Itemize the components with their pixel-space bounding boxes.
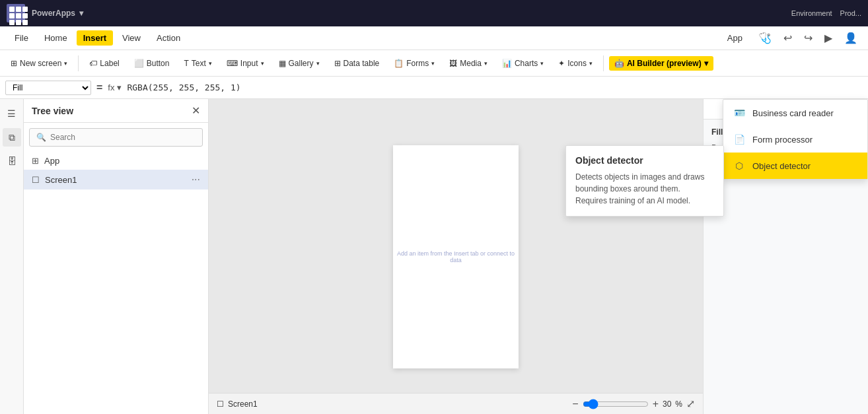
text-button[interactable]: T Text ▾ — [178, 56, 217, 71]
menu-view[interactable]: View — [116, 30, 147, 46]
zoom-value: 30 — [663, 399, 671, 409]
screen-icon: ☐ — [32, 175, 40, 185]
environment-label: Environment — [791, 9, 832, 17]
menu-home[interactable]: Home — [38, 30, 74, 46]
tree-panel: Tree view ✕ 🔍 ⊞ App ☐ Screen1 ··· — [24, 99, 209, 414]
tree-title: Tree view — [32, 106, 73, 116]
expand-button[interactable]: ⤢ — [686, 397, 695, 410]
canvas-area: Add an item from the Insert tab or conne… — [209, 99, 703, 414]
label-button[interactable]: 🏷 Label — [84, 56, 124, 71]
tree-item-screen1-label: Screen1 — [45, 175, 77, 185]
app-label: App — [721, 30, 749, 46]
app-name-text: PowerApps — [32, 9, 75, 18]
formula-bar: Fill = fx ▾ — [0, 77, 868, 99]
fx-indicator: fx ▾ — [108, 83, 122, 92]
ai-builder-dropdown: 🪪 Business card reader 📄 Form processor … — [723, 99, 868, 180]
media-button[interactable]: 🖼 Media ▾ — [444, 56, 493, 71]
user-icon[interactable]: 👤 — [842, 29, 860, 47]
input-button[interactable]: ⌨ Input ▾ — [221, 56, 270, 71]
zoom-slider[interactable] — [583, 399, 649, 409]
object-detector-popup: Object detector Detects objects in image… — [565, 145, 724, 217]
gallery-button[interactable]: ▦ Gallery ▾ — [273, 56, 325, 71]
object-detector-label: Object detector — [752, 161, 811, 171]
tree-item-more-button[interactable]: ··· — [192, 174, 200, 186]
tree-item-app[interactable]: ⊞ App — [24, 152, 208, 170]
menu-file[interactable]: File — [8, 30, 35, 46]
ai-builder-button[interactable]: 🤖 AI Builder (preview) ▾ — [609, 56, 713, 71]
canvas-footer: ☐ Screen1 − + 30 % ⤢ — [209, 393, 703, 414]
popup-title: Object detector — [575, 155, 714, 166]
canvas-hint-text: Add an item from the Insert tab or conne… — [393, 250, 519, 263]
env-value: Prod... — [840, 9, 861, 17]
screen-label-text: Screen1 — [228, 399, 258, 409]
ai-dropdown-form-processor[interactable]: 📄 Form processor — [723, 126, 867, 153]
toolbar: ⊞ New screen ▾ 🏷 Label ⬜ Button T Text ▾… — [0, 50, 868, 77]
screen-checkbox-icon: ☐ — [217, 399, 224, 409]
database-icon[interactable]: 🗄 — [3, 152, 21, 170]
tree-header: Tree view ✕ — [24, 99, 208, 123]
menu-action[interactable]: Action — [150, 30, 187, 46]
equals-sign: = — [96, 82, 102, 94]
screen-label: ☐ Screen1 — [217, 399, 258, 409]
main-layout: ☰ ⧉ 🗄 Tree view ✕ 🔍 ⊞ App ☐ Screen1 ··· … — [0, 99, 868, 414]
ai-dropdown-business-card[interactable]: 🪪 Business card reader — [723, 100, 867, 126]
tree-item-app-label: App — [44, 156, 59, 166]
layers-icon[interactable]: ⧉ — [3, 128, 21, 147]
app-icon: ⊞ — [32, 156, 39, 166]
popup-description: Detects objects in images and draws boun… — [575, 171, 714, 207]
formula-input[interactable] — [127, 83, 863, 92]
menu-bar-right: App 🩺 ↩ ↪ ▶ 👤 — [721, 29, 860, 47]
form-processor-label: Form processor — [752, 135, 813, 145]
tree-item-screen1[interactable]: ☐ Screen1 ··· — [24, 170, 208, 190]
tree-search-container[interactable]: 🔍 — [29, 128, 203, 147]
zoom-in-button[interactable]: + — [653, 398, 659, 410]
undo-icon[interactable]: ↩ — [781, 29, 795, 47]
charts-button[interactable]: 📊 Charts ▾ — [497, 56, 549, 71]
business-card-icon: 🪪 — [733, 106, 746, 120]
business-card-label: Business card reader — [752, 108, 834, 118]
ai-dropdown-object-detector[interactable]: ⬡ Object detector — [723, 153, 867, 179]
data-table-button[interactable]: ⊞ Data table — [329, 56, 385, 71]
redo-icon[interactable]: ↪ — [801, 29, 815, 47]
search-input[interactable] — [50, 133, 196, 142]
left-sidebar-icons: ☰ ⧉ 🗄 — [0, 99, 24, 414]
object-detector-icon: ⬡ — [733, 159, 746, 172]
top-bar: PowerApps ▾ Environment Prod... — [0, 0, 868, 26]
stethoscope-icon[interactable]: 🩺 — [756, 29, 774, 47]
new-screen-button[interactable]: ⊞ New screen ▾ — [5, 56, 73, 71]
app-title: PowerApps ▾ — [32, 9, 83, 18]
property-select[interactable]: Fill — [5, 81, 91, 95]
waffle-icon[interactable] — [7, 4, 25, 22]
play-icon[interactable]: ▶ — [822, 29, 835, 47]
icons-button[interactable]: ✦ Icons ▾ — [553, 56, 598, 71]
zoom-unit: % — [675, 399, 682, 409]
form-processor-icon: 📄 — [733, 133, 746, 146]
forms-button[interactable]: 📋 Forms ▾ — [388, 56, 440, 71]
toolbar-sep-1 — [78, 55, 79, 71]
app-chevron[interactable]: ▾ — [79, 9, 83, 18]
zoom-out-button[interactable]: − — [572, 398, 578, 410]
right-panel: Rules Advanced Fill Background image Non… — [703, 99, 868, 414]
top-bar-right: Environment Prod... — [791, 9, 861, 17]
zoom-controls: − + 30 % ⤢ — [572, 397, 695, 410]
button-button[interactable]: ⬜ Button — [129, 56, 175, 71]
search-icon: 🔍 — [36, 133, 46, 142]
toolbar-sep-2 — [603, 55, 604, 71]
canvas-screen: Add an item from the Insert tab or conne… — [393, 145, 519, 368]
tree-close-button[interactable]: ✕ — [192, 104, 200, 117]
menu-insert[interactable]: Insert — [77, 30, 113, 46]
menu-bar: File Home Insert View Action App 🩺 ↩ ↪ ▶… — [0, 26, 868, 50]
hamburger-icon[interactable]: ☰ — [3, 104, 21, 123]
